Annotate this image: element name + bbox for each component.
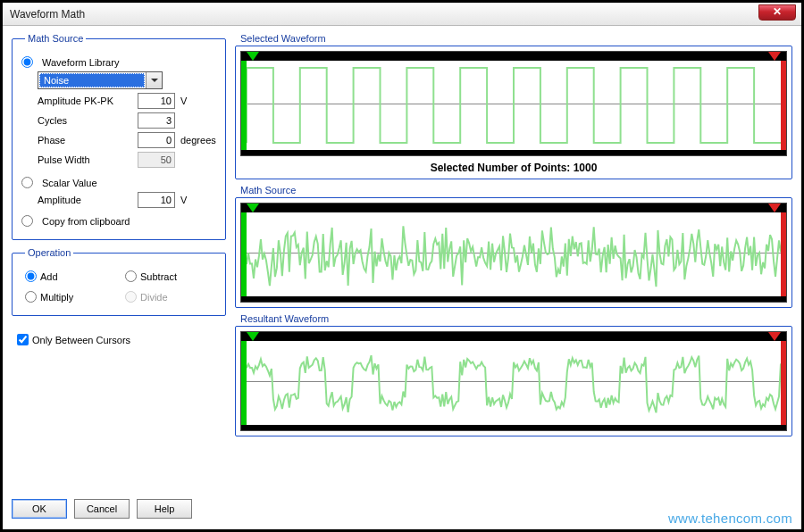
radio-copy-clipboard[interactable]: [21, 215, 33, 227]
close-button[interactable]: ✕: [758, 4, 796, 21]
radio-row-scalar: Scalar Value: [21, 177, 216, 188]
radio-multiply[interactable]: [25, 291, 37, 303]
checkbox-only-between-cursors[interactable]: [17, 334, 29, 345]
window-title: Waveform Math: [10, 8, 85, 21]
scope-bottom-stripe: [241, 296, 786, 302]
cycles-input[interactable]: [138, 112, 175, 129]
scalar-amp-input[interactable]: [138, 192, 175, 208]
resultant-waveform-box: [235, 326, 792, 436]
scope-top-stripe: [241, 204, 786, 212]
radio-divide-label: Divide: [140, 292, 168, 303]
selected-waveform-scope: [240, 51, 787, 156]
math-source-wave-legend: Math Source: [240, 185, 792, 195]
waveform-dropdown-row: Noise: [21, 71, 216, 89]
phase-row: Phase degrees: [21, 132, 216, 148]
pulse-width-input: [138, 152, 175, 168]
radio-row-waveform-library: Waveform Library: [21, 56, 216, 68]
amp-pkpk-unit: V: [180, 96, 216, 106]
operation-grid: Add Subtract Multiply Divide: [21, 267, 216, 306]
resultant-waveform-panel: Resultant Waveform: [235, 313, 792, 436]
chevron-down-icon: [146, 72, 162, 88]
scope-right-edge: [781, 212, 786, 296]
cancel-button[interactable]: Cancel: [74, 499, 130, 519]
radio-subtract-label: Subtract: [140, 271, 177, 282]
radio-subtract[interactable]: [125, 270, 137, 282]
scope-right-edge: [781, 341, 786, 425]
radio-add-label: Add: [40, 271, 58, 282]
math-source-scope: [240, 203, 787, 303]
operation-legend: Operation: [25, 247, 73, 258]
waveform-library-select[interactable]: Noise: [38, 71, 163, 89]
selected-waveform-legend: Selected Waveform: [240, 33, 792, 44]
selected-waveform-box: Selected Number of Points: 1000: [235, 46, 792, 179]
math-source-box: [235, 197, 792, 308]
content: Math Source Waveform Library Noise Ampli…: [3, 26, 801, 529]
amp-pkpk-label: Amplitude PK-PK: [38, 96, 132, 106]
phase-input[interactable]: [138, 132, 175, 148]
radio-copy-clipboard-label: Copy from clipboard: [42, 216, 130, 227]
scope-right-edge: [781, 61, 786, 150]
resultant-waveform-legend: Resultant Waveform: [240, 313, 792, 324]
result-wave-svg: [247, 341, 781, 425]
op-multiply-row: Multiply: [25, 291, 113, 303]
math-source-legend: Math Source: [25, 33, 86, 44]
phase-label: Phase: [38, 135, 132, 145]
selected-waveform-panel: Selected Waveform Selected Number of Poi…: [235, 33, 792, 179]
scope-bottom-stripe: [241, 425, 786, 430]
cycles-row: Cycles: [21, 112, 216, 129]
square-wave-svg: [247, 61, 781, 150]
resultant-waveform-scope: [240, 331, 787, 431]
ok-button[interactable]: OK: [12, 499, 67, 519]
resultant-waveform-plot: [247, 341, 781, 425]
op-add-row: Add: [25, 270, 113, 282]
radio-scalar-label: Scalar Value: [42, 178, 97, 188]
operation-group: Operation Add Subtract Multiply Divide: [12, 247, 226, 316]
radio-waveform-library[interactable]: [21, 56, 33, 68]
pulse-width-label: Pulse Width: [38, 154, 132, 165]
cursor-left-marker-icon[interactable]: [247, 332, 259, 341]
cursor-left-marker-icon[interactable]: [247, 204, 259, 212]
radio-scalar-value[interactable]: [21, 177, 33, 188]
scope-top-stripe: [241, 332, 786, 341]
right-column: Selected Waveform Selected Number of Poi…: [235, 33, 792, 522]
selected-waveform-plot: [247, 61, 781, 150]
radio-multiply-label: Multiply: [40, 292, 73, 303]
cursor-left-marker-icon[interactable]: [247, 52, 259, 61]
phase-unit: degrees: [180, 135, 216, 145]
noise-wave-svg: [247, 212, 781, 296]
button-bar: OK Cancel Help: [12, 497, 226, 522]
scope-top-stripe: [241, 52, 786, 61]
math-source-plot: [247, 212, 781, 296]
math-source-group: Math Source Waveform Library Noise Ampli…: [12, 33, 226, 240]
radio-add[interactable]: [25, 270, 37, 282]
cursor-right-marker-icon[interactable]: [768, 332, 781, 341]
left-column: Math Source Waveform Library Noise Ampli…: [12, 33, 226, 522]
scalar-amp-row: Amplitude V: [21, 192, 216, 208]
only-between-cursors-row: Only Between Cursors: [12, 334, 226, 345]
help-button[interactable]: Help: [137, 499, 192, 519]
radio-divide: [125, 291, 137, 303]
radio-row-clipboard: Copy from clipboard: [21, 215, 216, 227]
selected-points-label: Selected Number of Points: 1000: [240, 162, 787, 174]
titlebar: Waveform Math ✕: [3, 3, 801, 26]
watermark-text: www.tehencom.com: [668, 511, 792, 526]
cycles-label: Cycles: [38, 115, 132, 126]
math-source-panel: Math Source: [235, 185, 792, 308]
scalar-amp-label: Amplitude: [38, 195, 132, 205]
amp-pkpk-input[interactable]: [138, 93, 175, 109]
cursor-right-marker-icon[interactable]: [768, 52, 781, 61]
scalar-amp-unit: V: [180, 195, 216, 205]
waveform-library-value: Noise: [39, 73, 145, 87]
radio-waveform-library-label: Waveform Library: [42, 57, 119, 68]
only-between-cursors-label: Only Between Cursors: [32, 335, 130, 345]
cursor-right-marker-icon[interactable]: [768, 204, 781, 212]
pulse-width-row: Pulse Width: [21, 152, 216, 168]
scope-bottom-stripe: [241, 150, 786, 155]
op-divide-row: Divide: [125, 291, 213, 303]
close-icon: ✕: [773, 5, 782, 18]
op-subtract-row: Subtract: [125, 270, 213, 282]
amp-pkpk-row: Amplitude PK-PK V: [21, 93, 216, 109]
